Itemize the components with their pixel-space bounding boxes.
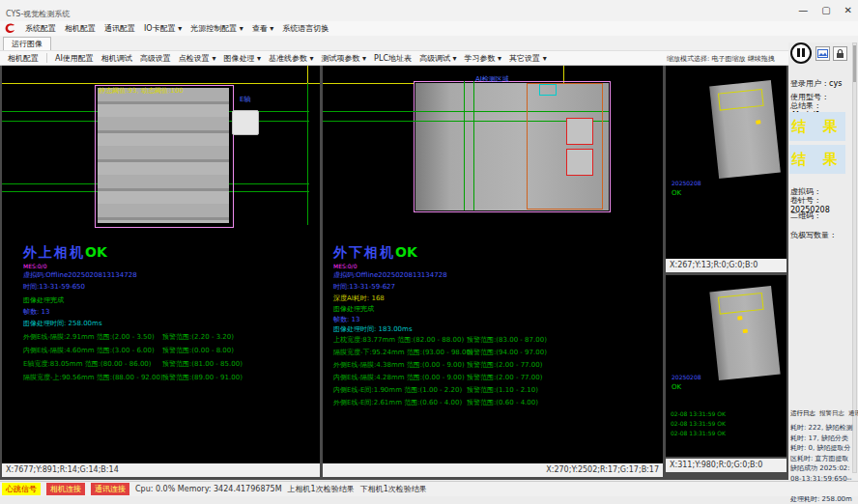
menu-item-light-config[interactable]: 光源控制配置 ▾ [190, 23, 243, 34]
zoom-mode-label[interactable]: 缩放模式选择: 电子图缩放 继续拖拽 [667, 54, 775, 64]
measure-value: 隔膜宽度-下:95.24mm 范围:(93.00 - 98.00) [333, 349, 473, 356]
toolbar-divider [46, 53, 47, 63]
log-tab-alarm[interactable]: 报警日志 [819, 409, 844, 418]
camera-view-upper[interactable]: 静态阈值:93, 动态阈值:100 E轴 外上相机OK MES:0/0 虚拟码:… [2, 66, 320, 463]
total-result-label: 总结果： [790, 100, 821, 111]
tool-camera-debug[interactable]: 相机调试 [101, 53, 132, 64]
tab-run-image[interactable]: 运行图像 [3, 37, 51, 50]
menu-item-language-switch[interactable]: 系统语言切换 [282, 23, 329, 34]
process-time-line: 图像处理时间: 258.00ms [23, 319, 102, 328]
process-time-line: 图像处理时间: 183.00ms [333, 324, 413, 334]
small-camera-view-2[interactable]: 20250208 OK 02-08 13:31:59 OK 02-08 13:3… [666, 275, 786, 457]
coord-bar-lower: X:270;Y:2502;R:17;G:17;B:17 [323, 463, 663, 477]
tab-strip: 运行图像 [0, 36, 858, 50]
menu-item-system-config[interactable]: 系统配置 [25, 23, 56, 34]
warn-range: 预警范围:(1.10 - 2.10) [467, 385, 538, 395]
close-button[interactable]: ✕ [844, 5, 852, 15]
defect-rect-red [566, 118, 593, 145]
coord-bar-upper: X:7677;Y:891;R:14;G:14;B:14 [2, 463, 320, 477]
snapshot-button[interactable] [815, 46, 830, 61]
log-tab-comm[interactable]: 通讯日志 [848, 409, 858, 418]
result-ok: OK [395, 244, 417, 260]
tool-spot-check[interactable]: 点检设置 ▾ [179, 53, 216, 64]
lock-button[interactable] [833, 46, 847, 61]
qr-code-label: 二维码： [790, 210, 821, 221]
ai-roi-rect-orange [527, 83, 603, 210]
lower-camera-result-status: 下相机1次检验结果 [360, 484, 427, 494]
tool-plc-address[interactable]: PLC地址表 [374, 53, 412, 64]
tool-advanced-settings[interactable]: 高级设置 [140, 53, 171, 64]
ruler-line-yellow [323, 83, 414, 84]
small-camera-image-1 [709, 80, 781, 179]
tool-other-settings[interactable]: 其它设置 ▾ [509, 53, 547, 64]
log-tabs: 运行日志 报警日志 通讯日志 [790, 409, 858, 418]
small-view-code-line: 20250208 [672, 180, 701, 186]
warn-range: 预警范围:(0.00 - 8.00) [162, 346, 234, 355]
warn-range: 预警范围:(0.60 - 4.00) [467, 398, 538, 407]
warn-range: 预警范围:(83.00 - 87.00) [467, 335, 547, 345]
roi-rect-magenta [95, 85, 234, 228]
pause-icon [797, 48, 805, 57]
result-box-1: 结 果 [789, 112, 845, 141]
camera-image-upper [98, 88, 229, 223]
camera-view-lower[interactable]: AI检测区域 外下相机OK MES:0/0 虚拟码:Offline2025020… [323, 66, 663, 463]
tool-camera-config[interactable]: 相机配置 [8, 53, 39, 64]
log-tab-run[interactable]: 运行日志 [790, 409, 815, 418]
coord-bar-small-2: X:311;Y:980;R:0;G:0;B:0 [666, 459, 786, 472]
minimize-button[interactable]: — [798, 5, 808, 15]
measure-value: 外侧E线-隔膜:4.38mm 范围:(0.00 - 9.00) [333, 361, 465, 369]
barcode-line: 虚拟码:Offline2025020813134728 [333, 270, 447, 280]
small-view-code-line: 20250208 [672, 374, 701, 380]
ai-time-line: 深度AI耗时: 168 [333, 294, 385, 303]
measure-value: 上枕宽度:83.77mm 范围:(82.00 - 88.00) [333, 336, 464, 344]
roi-rect-cyan [539, 84, 557, 96]
right-panel: 登录用户：cys 使用型号：Model1 总结果： 结 果 结 果 虚拟码：20… [788, 42, 858, 480]
measurement-row: 外侧E线-隔膜:4.38mm 范围:(0.00 - 9.00) 预警范围:(2.… [333, 360, 465, 370]
warn-range: 预警范围:(94.00 - 97.00) [467, 348, 547, 357]
warn-range: 预警范围:(81.00 - 85.00) [162, 359, 243, 369]
frame-count-line: 帧数: 13 [333, 315, 360, 324]
camera-connect-badge: 相机连接 [46, 483, 85, 495]
axis-label: E轴 [240, 95, 250, 104]
menu-item-view[interactable]: 查看 ▾ [252, 23, 274, 34]
measure-value: 外侧E线-隔膜:2.91mm 范围:(2.00 - 3.50) [23, 333, 155, 341]
neg-write-count-label: 负极写数量： [790, 230, 837, 240]
highlight-mark [737, 316, 742, 321]
scrollbar-thumb[interactable] [853, 45, 856, 82]
tool-ai-use-config[interactable]: AI使用配置 [55, 53, 94, 64]
warn-range: 预警范围:(89.00 - 91.00) [162, 373, 243, 382]
result-box-2: 结 果 [789, 145, 845, 174]
warn-range: 预警范围:(2.00 - 77.00) [467, 360, 542, 370]
small-view-ok-line: OK [672, 383, 681, 391]
lock-icon [835, 48, 845, 59]
title-bar: CYS-视觉检测系统 — ▢ ✕ [0, 0, 858, 22]
roi-rect-yellow [718, 293, 764, 315]
tool-advanced-debug[interactable]: 高级调试 ▾ [419, 53, 457, 64]
threshold-overlay-text: 静态阈值:93, 动态阈值:100 [99, 86, 183, 96]
heartbeat-status-badge: 心跳信号 [2, 483, 41, 495]
tool-baseline-params[interactable]: 基准线参数 ▾ [269, 53, 314, 64]
camera-name: 外下相机 [333, 244, 395, 260]
menu-item-camera-config[interactable]: 相机配置 [65, 23, 96, 34]
frame-count-line: 帧数: 13 [23, 307, 50, 317]
warn-range: 预警范围:(2.00 - 77.00) [467, 373, 542, 382]
measure-line-green-v [473, 81, 474, 210]
measurement-row: 隔膜宽度-下:95.24mm 范围:(93.00 - 98.00) 预警范围:(… [333, 348, 473, 357]
measure-line-green-v [464, 81, 465, 210]
tool-learn-params[interactable]: 学习参数 ▾ [465, 53, 502, 64]
pin-number-label: 卷针号： [790, 195, 821, 206]
window-title: CYS-视觉检测系统 [6, 9, 70, 19]
tool-test-params[interactable]: 测试项参数 ▾ [322, 53, 367, 64]
ruler-line-yellow-v [307, 66, 308, 83]
tool-image-process[interactable]: 图像处理 ▾ [223, 53, 261, 64]
measurement-row: 外侧E线-隔膜:2.91mm 范围:(2.00 - 3.50) 预警范围:(2.… [23, 332, 155, 342]
measurement-row: 上枕宽度:83.77mm 范围:(82.00 - 88.00) 预警范围:(83… [333, 335, 464, 345]
menu-item-io-config[interactable]: IO卡配置 ▾ [144, 23, 182, 34]
maximize-button[interactable]: ▢ [821, 5, 830, 15]
pause-button[interactable] [790, 42, 812, 64]
comm-connect-badge: 通讯连接 [91, 483, 129, 495]
small-camera-view-1[interactable]: 20250208 OK [666, 66, 786, 259]
image-icon [817, 48, 828, 59]
roi-rect-yellow [718, 89, 764, 111]
menu-item-comm-config[interactable]: 通讯配置 [104, 23, 135, 34]
